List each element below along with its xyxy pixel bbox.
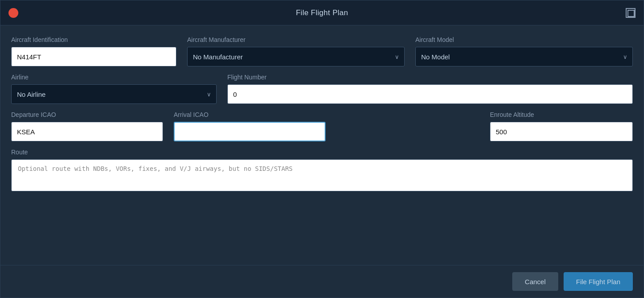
aircraft-model-select[interactable]: No Model: [415, 47, 633, 66]
aircraft-manufacturer-group: Aircraft Manufacturer No Manufacturer ∨: [187, 36, 405, 66]
arrival-icao-group: Arrival ICAO: [174, 111, 326, 141]
form-content: Aircraft Identification Aircraft Manufac…: [0, 25, 644, 265]
departure-icao-input[interactable]: [11, 122, 163, 141]
aircraft-identification-group: Aircraft Identification: [11, 36, 176, 66]
cancel-button[interactable]: Cancel: [512, 272, 558, 291]
footer: Cancel File Flight Plan: [0, 265, 644, 298]
route-group: Route: [11, 149, 633, 191]
route-input[interactable]: [11, 159, 633, 191]
file-flight-plan-button[interactable]: File Flight Plan: [564, 272, 633, 291]
file-flight-plan-dialog: File Flight Plan Aircraft Identification…: [0, 0, 644, 298]
departure-icao-group: Departure ICAO: [11, 111, 163, 141]
aircraft-manufacturer-label: Aircraft Manufacturer: [187, 36, 405, 43]
flight-number-group: Flight Number: [227, 74, 633, 104]
dialog-title: File Flight Plan: [296, 8, 348, 17]
departure-icao-label: Departure ICAO: [11, 111, 163, 118]
row-airline-flight: Airline No Airline ∨ Flight Number: [11, 74, 633, 104]
title-bar: File Flight Plan: [0, 0, 644, 25]
aircraft-model-wrapper: No Model ∨: [415, 47, 633, 66]
airline-wrapper: No Airline ∨: [11, 84, 217, 104]
aircraft-model-label: Aircraft Model: [415, 36, 633, 43]
arrival-icao-label: Arrival ICAO: [174, 111, 326, 118]
flight-number-label: Flight Number: [227, 74, 633, 81]
route-label: Route: [11, 149, 633, 156]
enroute-altitude-input[interactable]: [490, 122, 633, 141]
airline-label: Airline: [11, 74, 217, 81]
aircraft-manufacturer-select[interactable]: No Manufacturer: [187, 47, 405, 66]
airline-select[interactable]: No Airline: [11, 84, 217, 104]
arrival-icao-input[interactable]: [174, 122, 326, 141]
aircraft-manufacturer-wrapper: No Manufacturer ∨: [187, 47, 405, 66]
flight-number-input[interactable]: [227, 84, 633, 104]
enroute-altitude-group: Enroute Altitude: [490, 111, 633, 141]
row-icao-altitude: Departure ICAO Arrival ICAO Enroute Alti…: [11, 111, 633, 141]
row-aircraft-info: Aircraft Identification Aircraft Manufac…: [11, 36, 633, 66]
close-button[interactable]: [8, 8, 18, 18]
aircraft-model-group: Aircraft Model No Model ∨: [415, 36, 633, 66]
maximize-button[interactable]: [626, 8, 636, 18]
enroute-altitude-label: Enroute Altitude: [490, 111, 633, 118]
aircraft-identification-label: Aircraft Identification: [11, 36, 176, 43]
aircraft-identification-input[interactable]: [11, 47, 176, 66]
row-route: Route: [11, 149, 633, 191]
airline-group: Airline No Airline ∨: [11, 74, 217, 104]
